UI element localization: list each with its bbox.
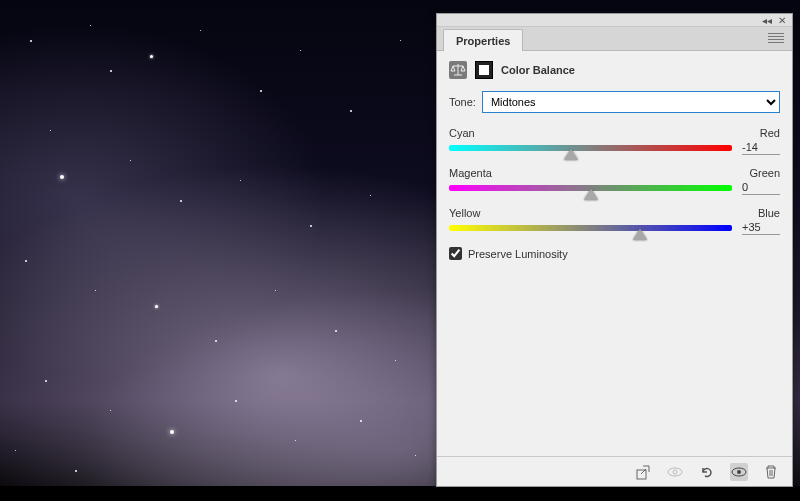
panel-title-bar: ◂◂ ✕ xyxy=(437,14,792,27)
svg-point-1 xyxy=(668,468,682,476)
scales-icon xyxy=(449,61,467,79)
svg-point-4 xyxy=(737,470,741,474)
slider-label-left: Magenta xyxy=(449,167,492,179)
slider-track-yellow-blue[interactable] xyxy=(449,225,732,231)
tab-properties[interactable]: Properties xyxy=(443,29,523,51)
slider-handle[interactable] xyxy=(584,189,598,200)
tone-label: Tone: xyxy=(449,96,476,108)
svg-rect-0 xyxy=(637,470,646,479)
slider-label-left: Cyan xyxy=(449,127,475,139)
view-previous-icon[interactable] xyxy=(666,463,684,481)
slider-label-right: Blue xyxy=(758,207,780,219)
bottom-bar xyxy=(0,486,800,501)
panel-menu-icon[interactable] xyxy=(768,33,784,43)
preserve-luminosity-checkbox[interactable] xyxy=(449,247,462,260)
preserve-luminosity-row: Preserve Luminosity xyxy=(449,247,780,260)
properties-panel: ◂◂ ✕ Properties Color Balance Tone: Midt… xyxy=(436,13,793,487)
tone-row: Tone: Midtones xyxy=(449,91,780,113)
slider-value-cyan-red[interactable]: -14 xyxy=(742,141,780,155)
panel-tabbar: Properties xyxy=(437,27,792,51)
toggle-visibility-icon[interactable] xyxy=(730,463,748,481)
tone-select[interactable]: Midtones xyxy=(482,91,780,113)
slider-handle[interactable] xyxy=(633,229,647,240)
close-icon[interactable]: ✕ xyxy=(778,15,786,26)
adjustment-title: Color Balance xyxy=(501,64,575,76)
slider-magenta-green: Magenta Green 0 xyxy=(449,167,780,195)
collapse-icon[interactable]: ◂◂ xyxy=(762,15,772,26)
slider-label-right: Red xyxy=(760,127,780,139)
slider-track-cyan-red[interactable] xyxy=(449,145,732,151)
slider-handle[interactable] xyxy=(564,149,578,160)
layer-mask-thumbnail[interactable] xyxy=(475,61,493,79)
slider-cyan-red: Cyan Red -14 xyxy=(449,127,780,155)
panel-footer xyxy=(437,456,792,486)
preserve-luminosity-label[interactable]: Preserve Luminosity xyxy=(468,248,568,260)
adjustment-header: Color Balance xyxy=(449,61,780,79)
slider-label-right: Green xyxy=(749,167,780,179)
panel-body: Color Balance Tone: Midtones Cyan Red -1… xyxy=(437,51,792,456)
slider-value-yellow-blue[interactable]: +35 xyxy=(742,221,780,235)
slider-yellow-blue: Yellow Blue +35 xyxy=(449,207,780,235)
svg-point-2 xyxy=(673,470,677,474)
slider-label-left: Yellow xyxy=(449,207,480,219)
slider-track-magenta-green[interactable] xyxy=(449,185,732,191)
reset-icon[interactable] xyxy=(698,463,716,481)
clip-to-layer-icon[interactable] xyxy=(634,463,652,481)
slider-value-magenta-green[interactable]: 0 xyxy=(742,181,780,195)
delete-icon[interactable] xyxy=(762,463,780,481)
